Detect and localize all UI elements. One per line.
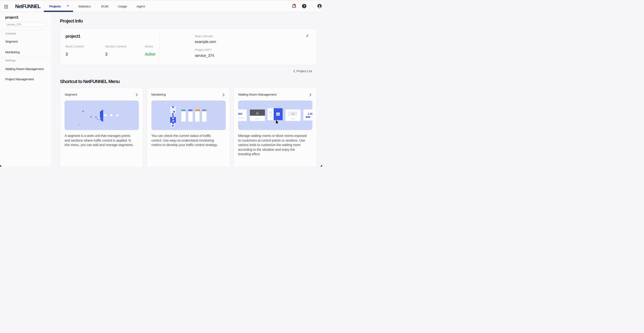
svg-text:1,000: 1,000 xyxy=(238,112,242,116)
svg-text:1,000: 1,000 xyxy=(308,112,312,116)
